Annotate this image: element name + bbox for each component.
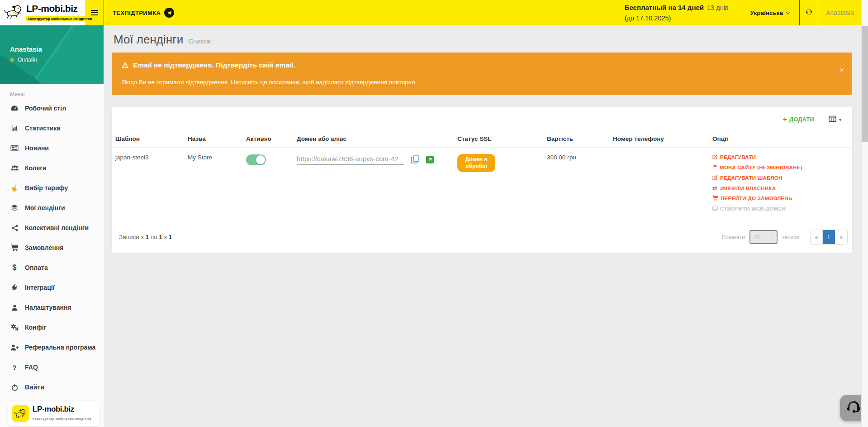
page-1-button[interactable]: 1 (823, 230, 835, 244)
column-header-domain: Домен або аліас (293, 132, 454, 148)
chart-icon (10, 125, 19, 132)
user-icon (10, 304, 19, 311)
sidebar-item-statistics[interactable]: Статистика (0, 118, 104, 138)
sidebar-user-status: Онлайн (10, 57, 37, 63)
sidebar-item-label: Робочий стіл (25, 105, 66, 112)
resend-confirmation-link[interactable]: Натисніть це посилання, щоб надіслати пі… (231, 79, 415, 86)
option-edit[interactable]: РЕДАГУВАТИ (712, 154, 849, 160)
sidebar-menu: Робочий стіл Статистика Новини Колеги ☝ … (0, 98, 104, 397)
sidebar-item-integrations[interactable]: Інтеграції (0, 278, 104, 297)
column-visibility-button[interactable]: ▾ (829, 115, 841, 124)
top-header: LP-mobi.biz Конструктор мобильных лендин… (0, 0, 868, 25)
language-selector[interactable]: Українська (740, 0, 799, 25)
menu-section-label: Меню (10, 91, 104, 97)
users-icon (10, 165, 19, 172)
sidebar-user-name: Anastasia (10, 45, 42, 53)
landings-table: Шаблон Назва Активно Домен або аліас Ста… (112, 132, 852, 222)
external-link-icon[interactable] (426, 156, 434, 163)
news-icon (10, 144, 19, 152)
sidebar-item-faq[interactable]: ? FAQ (0, 357, 104, 377)
next-page-button[interactable]: » (835, 230, 847, 244)
sidebar-item-label: Вийти (25, 384, 44, 391)
footer-logo-title: LP-mobi.biz (33, 405, 74, 413)
trial-info: Бесплатный на 14 дней13 днів (до 17.10.2… (625, 0, 740, 25)
headset-icon (845, 399, 862, 417)
option-edit-template[interactable]: РЕДАГУВАТИ ШАБЛОН (712, 175, 849, 181)
banner-text-plain: Якщо Ви не отримали підтвердження. (122, 79, 231, 86)
option-change-owner[interactable]: ⇄ ЗМІНИТИ ВЛАСНИКА (712, 185, 849, 191)
add-button[interactable]: + ДОДАТИ (783, 116, 814, 123)
column-header-active: Активно (242, 132, 293, 148)
close-icon[interactable]: × (840, 66, 844, 74)
exchange-icon: ⇄ (712, 185, 717, 191)
logo-title: LP-mobi.biz (26, 3, 78, 14)
active-toggle[interactable] (246, 154, 266, 165)
online-status-label: Онлайн (18, 57, 37, 63)
page-size-value: 20 (754, 234, 760, 240)
language-icon (712, 164, 717, 171)
sidebar-footer-logo[interactable]: LP-mobi.biz Конструктор мобільних лендін… (8, 401, 100, 426)
support-button[interactable]: ТЕХПІДТРИМКА (104, 0, 183, 25)
sidebar-item-tariff[interactable]: ☝ Вибір тарифу (0, 178, 104, 198)
sidebar-item-colleagues[interactable]: Колеги (0, 158, 104, 178)
hamburger-menu-button[interactable] (85, 0, 104, 25)
gears-icon (10, 324, 19, 331)
column-header-price: Вартість (543, 132, 609, 148)
entries-label: записи (782, 234, 799, 240)
dog-logo-icon (12, 405, 29, 422)
sidebar-item-my-landings[interactable]: Мої лендінги (0, 198, 104, 218)
sidebar-item-referral[interactable]: Реферальна програма (0, 337, 104, 357)
option-label: РЕДАГУВАТИ (720, 154, 756, 160)
cell-ssl: Домен в обробці (454, 148, 543, 223)
trial-days-left: 13 днів (707, 4, 729, 11)
option-go-to-orders[interactable]: ПЕРЕЙТИ ДО ЗАМОВЛЕНЬ (712, 195, 849, 202)
page-title: Мої лендінги (114, 33, 183, 47)
sidebar-item-payment[interactable]: $ Оплата (0, 258, 104, 278)
sidebar-item-label: Вибір тарифу (25, 184, 68, 192)
copy-icon[interactable] (411, 155, 419, 163)
records-info: Записи з 1 по 1 з 1 (115, 234, 172, 240)
page-buttons: « 1 » (810, 230, 848, 245)
sidebar-item-label: Мої лендінги (25, 204, 65, 211)
sidebar-item-logout[interactable]: Вийти (0, 377, 104, 397)
dog-logo-icon (3, 4, 24, 22)
share-icon (10, 225, 19, 231)
prev-page-button[interactable]: « (811, 230, 823, 244)
refresh-button[interactable] (800, 0, 818, 25)
cell-name: My Store (184, 148, 242, 223)
caret-down-icon: ▾ (839, 117, 841, 122)
plus-icon: + (783, 116, 787, 123)
sidebar-item-orders[interactable]: Замовлення (0, 238, 104, 258)
option-site-language[interactable]: МОВА САЙТУ (НЕЗМІНЮВАНЕ) (712, 164, 849, 171)
trial-until: (до 17.10.2025) (625, 13, 729, 23)
logo[interactable]: LP-mobi.biz Конструктор мобильных лендин… (0, 0, 85, 25)
column-header-ssl: Статус SSL (454, 132, 543, 148)
banner-text: Якщо Ви не отримали підтвердження. Натис… (122, 79, 842, 86)
question-icon: ? (10, 364, 19, 371)
option-label: ПЕРЕЙТИ ДО ЗАМОВЛЕНЬ (721, 196, 792, 201)
ssl-status-badge: Домен в обробці (457, 154, 495, 172)
landings-icon (10, 204, 19, 212)
header-username[interactable]: Anastasia (818, 0, 862, 25)
sidebar: Anastasia Онлайн Меню Робочий стіл Стати… (0, 25, 104, 427)
hand-pointer-icon: ☝ (10, 184, 19, 192)
sidebar-item-dashboard[interactable]: Робочий стіл (0, 98, 104, 118)
table-header-row: Шаблон Назва Активно Домен або аліас Ста… (112, 132, 852, 148)
sidebar-item-settings[interactable]: Налаштування (0, 297, 104, 317)
logo-subtitle: Конструктор мобильных лендингов (26, 16, 94, 21)
scrollbar-thumb[interactable] (862, 26, 868, 142)
sidebar-item-collective-landings[interactable]: Колективні лендінги (0, 218, 104, 238)
scrollbar-track[interactable] (861, 0, 868, 427)
cell-active (242, 148, 293, 223)
dashboard-icon (10, 104, 19, 112)
sidebar-item-news[interactable]: Новини (0, 138, 104, 158)
domain-input[interactable] (297, 154, 404, 165)
page-size-select[interactable]: 20 ⌄ (749, 230, 778, 244)
cell-domain (293, 148, 454, 223)
language-label: Українська (750, 10, 783, 16)
column-header-template: Шаблон (112, 132, 184, 148)
clone-icon (712, 206, 718, 212)
chevron-down-icon (786, 10, 790, 14)
cell-template: japan-steel3 (112, 148, 184, 223)
sidebar-item-config[interactable]: Конфіг (0, 317, 104, 337)
